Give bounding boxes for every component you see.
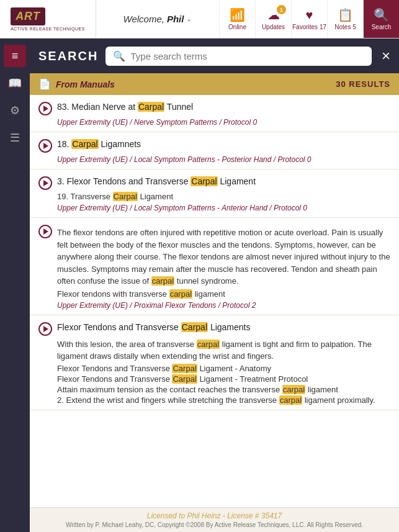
nav-updates-label: Updates — [262, 24, 285, 30]
list-item: 18. Carpal Ligamnets Upper Extremity (UE… — [30, 132, 399, 169]
result-title: 3. Flexor Tendons and Transverse Carpal … — [57, 176, 256, 188]
results-count: 30 RESULTS — [336, 79, 390, 89]
book-icon: 📄 — [38, 78, 51, 90]
results-list: 83. Median Nerve at Carpal Tunnel Upper … — [30, 95, 399, 507]
list-item: 3. Flexor Tendons and Transverse Carpal … — [30, 169, 399, 218]
result-path: Upper Extremity (UE) / Nerve Symptom Pat… — [38, 118, 390, 127]
footer: Licensed to Phil Heinz - License # 35417… — [30, 507, 399, 532]
nav-online-label: Online — [228, 24, 246, 30]
logo-sub: ACTIVE RELEASE TECHNIQUES — [11, 27, 85, 31]
highlight-carpal: carpal — [279, 395, 302, 405]
result-row: 18. Carpal Ligamnets — [38, 138, 390, 153]
result-row: 3. Flexor Tendons and Transverse Carpal … — [38, 176, 390, 190]
search-input[interactable] — [130, 51, 364, 61]
result-title: 18. Carpal Ligamnets — [57, 138, 141, 151]
logo-area: ART ACTIVE RELEASE TECHNIQUES — [0, 0, 96, 38]
highlight-carpal: Carpal — [138, 102, 164, 112]
play-button[interactable] — [38, 322, 52, 336]
logo-badge: ART — [11, 7, 45, 25]
list-item: Flexor Tendons and Transverse Carpal Lig… — [30, 315, 399, 410]
heart-icon: ♥ — [306, 8, 313, 22]
play-triangle-icon — [43, 106, 48, 112]
search-panel: SEARCH 🔍 × 📄 From Manuals 30 RESULTS — [30, 38, 399, 532]
sidebar-item-book[interactable]: 📖 — [4, 72, 26, 94]
top-nav: ART ACTIVE RELEASE TECHNIQUES Welcome, P… — [0, 0, 399, 38]
welcome-text: Welcome, — [123, 14, 164, 24]
welcome-area: Welcome, Phil ⌄ — [96, 14, 219, 24]
chevron-down-icon[interactable]: ⌄ — [186, 15, 192, 23]
result-path: Upper Extremity (UE) / Local Symptom Pat… — [38, 155, 390, 164]
nav-notes[interactable]: 📋 Notes 5 — [327, 0, 363, 38]
sub-item: Flexor Tendons and Transverse Carpal Lig… — [38, 364, 390, 373]
close-icon[interactable]: × — [382, 47, 390, 65]
highlight-carpal: Carpal — [71, 139, 98, 149]
list-item: The flexor tendons are often injured wit… — [30, 218, 399, 315]
highlight-carpal: carpal — [151, 276, 174, 286]
play-triangle-icon — [43, 326, 48, 332]
play-button[interactable] — [38, 139, 52, 153]
nav-updates[interactable]: 1 ☁ Updates — [255, 0, 291, 38]
highlight-carpal: Carpal — [113, 192, 138, 201]
results-section-label: From Manuals — [56, 79, 331, 89]
play-triangle-icon — [43, 180, 48, 186]
nav-search[interactable]: 🔍 Search — [363, 0, 399, 38]
search-nav-icon: 🔍 — [374, 7, 389, 22]
sub-item: 2. Extend the wrist and fingers while st… — [38, 395, 390, 405]
nav-favorites[interactable]: ♥ Favorites 17 — [291, 0, 327, 38]
highlight-carpal: carpal — [197, 340, 220, 349]
nav-notes-label: Notes 5 — [334, 24, 356, 30]
wifi-icon: 📶 — [230, 7, 245, 22]
highlight-carpal: Carpal — [191, 176, 217, 186]
result-subtitle: 19. Transverse Carpal Ligament — [38, 192, 390, 201]
footer-license: Licensed to Phil Heinz - License # 35417 — [38, 512, 390, 520]
highlight-carpal: carpal — [169, 289, 192, 299]
updates-badge: 1 — [277, 5, 286, 14]
footer-copyright: Written by P. Michael Leahy, DC, Copyrig… — [38, 521, 390, 528]
nav-search-label: Search — [372, 24, 392, 30]
nav-icons: 📶 Online 1 ☁ Updates ♥ Favorites 17 📋 No… — [219, 0, 399, 38]
result-subtitle: Flexor tendons with transverse carpal li… — [38, 289, 390, 299]
result-title: Flexor Tendons and Transverse Carpal Lig… — [57, 322, 250, 334]
notes-icon: 📋 — [338, 7, 353, 22]
sidebar-item-list[interactable]: ☰ — [4, 127, 26, 149]
play-triangle-icon — [43, 228, 48, 235]
result-path: Upper Extremity (UE) / Local Symptom Pat… — [38, 204, 390, 212]
highlight-carpal: Carpal — [181, 322, 208, 332]
sub-item: Attain maximum tension as the contact re… — [38, 385, 390, 394]
highlight-carpal: Carpal — [172, 374, 197, 384]
search-header: SEARCH 🔍 × — [30, 38, 399, 73]
play-triangle-icon — [43, 143, 48, 149]
highlight-carpal: Carpal — [172, 364, 197, 373]
highlight-carpal: carpal — [282, 385, 305, 394]
sidebar: ≡ 📖 ⚙ ☰ — [0, 38, 30, 532]
main-layout: ≡ 📖 ⚙ ☰ SEARCH 🔍 × 📄 From Manuals 30 RES… — [0, 38, 399, 532]
result-row: 83. Median Nerve at Carpal Tunnel — [38, 101, 390, 115]
results-header: 📄 From Manuals 30 RESULTS — [30, 73, 399, 95]
sidebar-item-settings[interactable]: ⚙ — [4, 99, 26, 122]
search-icon: 🔍 — [113, 50, 125, 62]
play-button[interactable] — [38, 225, 52, 238]
sidebar-item-menu[interactable]: ≡ — [4, 45, 26, 67]
result-path: Upper Extremity (UE) / Proximal Flexor T… — [38, 301, 390, 310]
welcome-name: Phil — [167, 14, 184, 24]
search-input-wrapper: 🔍 — [105, 47, 372, 66]
nav-favorites-label: Favorites 17 — [292, 24, 326, 30]
result-title: 83. Median Nerve at Carpal Tunnel — [57, 101, 193, 114]
result-row: The flexor tendons are often injured wit… — [38, 224, 390, 287]
result-body: With this lesion, the area of transverse… — [38, 338, 390, 363]
play-button[interactable] — [38, 102, 52, 115]
sub-item: Flexor Tendons and Transverse Carpal Lig… — [38, 374, 390, 384]
play-button[interactable] — [38, 176, 52, 190]
search-label: SEARCH — [38, 49, 98, 63]
result-row: Flexor Tendons and Transverse Carpal Lig… — [38, 322, 390, 336]
nav-online[interactable]: 📶 Online — [219, 0, 255, 38]
result-body: The flexor tendons are often injured wit… — [57, 227, 390, 287]
list-item: 83. Median Nerve at Carpal Tunnel Upper … — [30, 95, 399, 132]
